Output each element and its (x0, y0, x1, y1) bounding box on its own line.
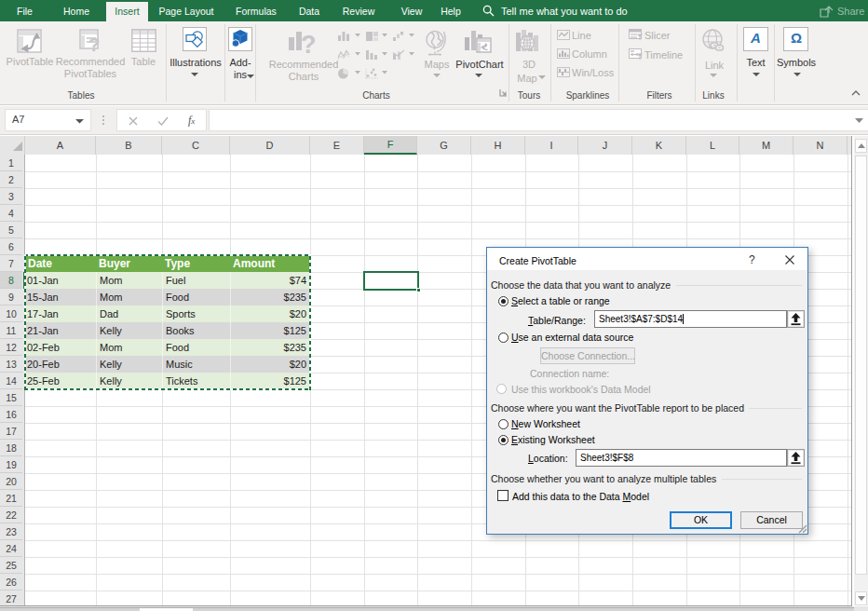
svg-text:?: ? (301, 31, 317, 58)
svg-text:?: ? (88, 34, 100, 54)
